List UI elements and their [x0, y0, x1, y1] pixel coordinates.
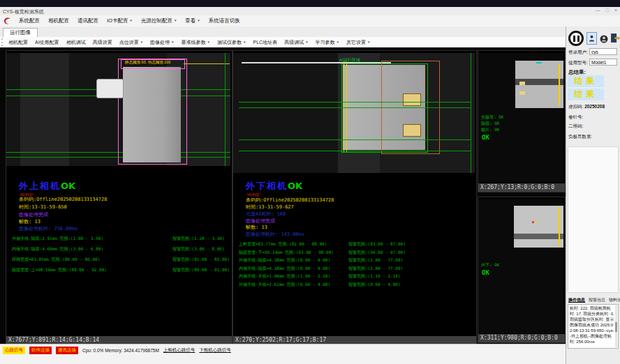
baseline-line	[239, 107, 471, 108]
toolbar-item[interactable]: 学习参数▼	[312, 39, 343, 46]
measure-line	[346, 61, 347, 152]
model-label: 使用型号:	[568, 60, 588, 66]
close-icon[interactable]: ×	[614, 8, 617, 13]
camera-image-aux-top[interactable]: 负极耳: OK隔膜: OK极片: OK OK	[478, 53, 563, 183]
camera-image-upper-outer[interactable]: 静态阈值:93, 动态阈值:100	[6, 53, 230, 166]
logout-button[interactable]	[610, 31, 620, 45]
elapsed-line: 图像处理耗时: 143.00ms	[246, 231, 304, 238]
alarm-range: 报警范围:(2.20 - 3.30)	[172, 236, 225, 242]
toolbar-item[interactable]: 点位设置▼	[116, 39, 147, 46]
elapsed-line: 图像处理耗时: 256.00ms	[19, 225, 78, 232]
baseline-line	[239, 139, 471, 140]
log-tab[interactable]: 报警信息	[589, 297, 605, 303]
log-tab[interactable]: 操作信息	[568, 297, 585, 303]
ai-time-line: 光源AI耗时: 166	[246, 211, 286, 218]
scrollbar-thumb[interactable]	[615, 322, 617, 332]
maximize-icon[interactable]: □	[606, 8, 609, 13]
toolbar-item[interactable]: AI使用配置	[31, 39, 63, 46]
pixel-coordinate-readout: X:267;Y:13;R:0;G:0;B:0	[478, 183, 565, 192]
camera-name: 外上相机	[19, 181, 61, 191]
camera-result-title: 外下相机OK	[246, 180, 302, 192]
tab-contact	[403, 93, 421, 106]
edge-line	[225, 53, 226, 166]
ok-status: OK	[482, 134, 489, 141]
log-tab[interactable]: 物料信息	[609, 297, 620, 303]
field-label: 二维码:	[568, 123, 583, 128]
alarm-range: 报警范围:(83.00 - 87.00)	[348, 241, 406, 248]
info-field: 负极耳数量:	[568, 134, 592, 140]
log-box[interactable]: 耗时: 222, 瑕疵检测耗时: 17, 瑕疵分类耗时: 0, 瑕疵提取分区耗时…	[568, 304, 619, 349]
cpu-memory-readout: Cpu: 0.0% Memory: 3424.41796875M	[82, 348, 159, 353]
menu-item[interactable]: 相机配置	[44, 17, 73, 24]
measurement-row: 隔膜宽度-下=95.24mm 范围:(93.00 - 98.00)报警范围:(9…	[239, 250, 472, 258]
field-value: 20250208	[584, 104, 605, 109]
alarm-range: 报警范围:(0.60 - 4.00)	[348, 282, 401, 288]
tab-contact	[403, 124, 421, 137]
camera-panel-aux-top: 负极耳: OK隔膜: OK极片: OK OK X:267;Y:13;R:0;G:…	[478, 50, 566, 192]
measurement-row: 焊脚宽度=83.05mm 范围:(80.00 - 86.00)报警范围:(81.…	[12, 257, 228, 267]
camera-panel-upper-outer: 静态阈值:93, 动态阈值:100 外上相机OK NG判定! 条码码:Offli…	[6, 50, 232, 345]
menu-item[interactable]: 系统配置	[15, 17, 44, 24]
chevron-down-icon: ▼	[174, 19, 177, 22]
toolbar-item[interactable]: 基准线参数▼	[178, 39, 214, 46]
toolbar-item[interactable]: 相机配置	[5, 39, 31, 46]
tab-contact	[519, 91, 525, 95]
window-title: CYS-视觉检测系统	[3, 8, 44, 15]
menu-item[interactable]: 光源控制配置▼	[137, 17, 181, 24]
admin-mode-button[interactable]	[599, 33, 608, 44]
menu-item[interactable]: IO卡配置▼	[103, 17, 137, 24]
heartbeat-status-link: 上相机心跳信号	[163, 347, 195, 354]
user-icon	[589, 34, 595, 43]
info-field: 二维码:	[568, 123, 583, 130]
measurement-list: 上料宽度=83.77mm 范围:(82.00 - 88.00)报警范围:(83.…	[239, 241, 472, 290]
camera-name: 外下相机	[246, 181, 288, 191]
alarm-range: 报警范围:(2.00 - 77.00)	[348, 257, 403, 264]
toolbar-item[interactable]: 图像处理▼	[147, 39, 177, 46]
login-user-input[interactable]	[589, 48, 617, 55]
measure-mark	[536, 62, 542, 63]
camera-image-aux-bottom[interactable]: 外下: OK OK	[478, 199, 563, 333]
camera-image-lower-outer[interactable]: AI运行区域	[233, 53, 475, 173]
frame-count-line: 帧数: 13	[19, 218, 40, 225]
chevron-down-icon: ▼	[367, 40, 370, 44]
toolbar-item[interactable]: 测试仪参数▼	[214, 39, 249, 46]
toolbar-item[interactable]: 高级调试▼	[281, 39, 311, 46]
result-list-box[interactable]	[568, 146, 619, 293]
measurement-value: 外侧齐线-齐线=2.61mm 范围:(0.60 - 4.00)	[239, 282, 330, 288]
tab-strip: 运行图像	[0, 26, 620, 38]
measurement-row: 内侧齐线-隔膜=4.38mm 范围:(0.00 - 9.00)报警范围:(2.0…	[239, 266, 472, 274]
measure-line	[559, 63, 560, 105]
camera-panel-lower-outer: AI运行区域 外下相机OK NG判定! 条码码:Offline202502081…	[232, 50, 477, 345]
alarm-range: 报警范围:(1.10 - 2.10)	[348, 273, 401, 280]
toolbar-item[interactable]: 其它设置▼	[343, 39, 374, 46]
measurement-row: 外侧齐线-隔膜:2.91mm 范围:(2.00 - 3.50)报警范围:(2.2…	[12, 236, 228, 246]
field-label: 卷针号:	[568, 114, 583, 119]
menu-item[interactable]: 通讯配置	[73, 17, 103, 24]
menu-item[interactable]: 查看▼	[181, 17, 204, 24]
ok-status: OK	[288, 181, 302, 191]
ai-region-label: AI运行区域	[339, 57, 360, 63]
tab-run-image[interactable]: 运行图像	[3, 28, 38, 38]
minimize-icon[interactable]: —	[596, 8, 600, 13]
alarm-range: 报警范围:(3.00 - 8.00)	[172, 246, 225, 252]
status-items: 心跳信号软件连接通讯连接Cpu: 0.0% Memory: 3424.41796…	[3, 347, 231, 354]
measurement-value: 内侧齐线-隔膜:4.60mm 范围:(3.00 - 6.00)	[12, 246, 103, 252]
thumbnail-image	[515, 61, 563, 108]
toolbar-item[interactable]: 高级设置	[89, 39, 116, 46]
measurement-value: 隔膜宽度-上=90.56mm 范围:(88.00 - 92.00)	[12, 267, 107, 273]
measurement-value: 外侧齐线-隔膜:2.91mm 范围:(2.00 - 3.50)	[12, 236, 103, 242]
operator-mode-button[interactable]	[586, 32, 597, 45]
menu-item[interactable]: 系统语言切换	[205, 17, 244, 24]
chevron-down-icon: ▼	[305, 40, 308, 44]
field-label: 负极耳数量:	[568, 134, 592, 139]
status-badge: 通讯连接	[56, 347, 78, 354]
toolbar-item[interactable]: 相机调试	[63, 39, 89, 46]
result-line: 隔膜: OK	[481, 121, 499, 127]
toolbar-item[interactable]: PLC地址表	[250, 39, 281, 46]
log-scrollbar[interactable]	[615, 305, 617, 347]
model-input[interactable]	[589, 59, 617, 66]
status-badge: 心跳信号	[3, 347, 25, 354]
pause-button[interactable]	[568, 31, 584, 46]
chevron-down-icon: ▼	[140, 40, 143, 44]
result-line: 负极耳: OK	[481, 114, 503, 121]
